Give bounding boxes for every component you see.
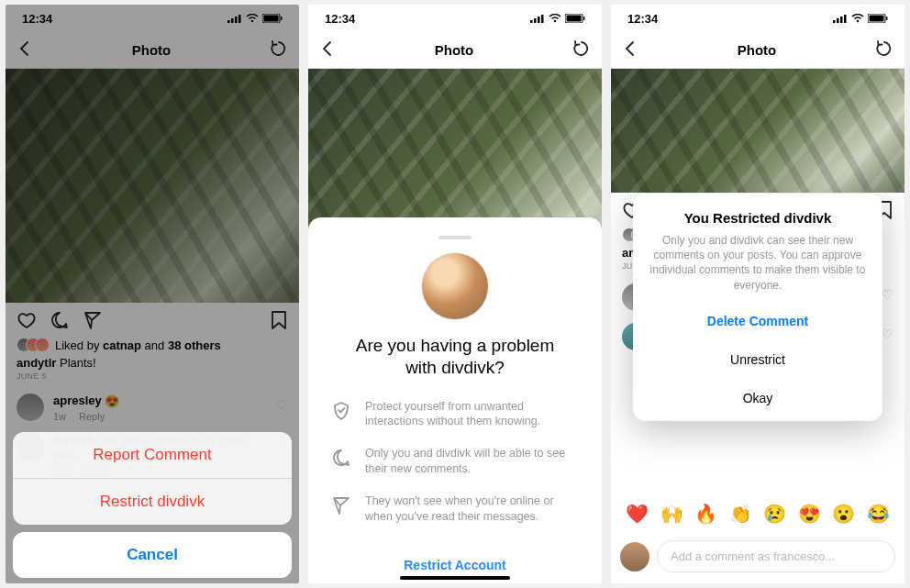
emoji-laugh[interactable]: 😂 (867, 503, 890, 525)
home-indicator[interactable] (400, 576, 510, 580)
feature-messages: They won't see when you're online or whe… (330, 494, 580, 525)
nav-bar: Photo (611, 32, 904, 69)
feature-protect: Protect yourself from unwanted interacti… (330, 399, 580, 430)
svg-point-12 (554, 19, 556, 21)
delete-comment-button[interactable]: Delete Comment (649, 302, 866, 340)
screen-2-restrict-sheet: 12:34 Photo Are you having a problem wit… (308, 5, 602, 583)
svg-rect-18 (840, 17, 843, 23)
cancel-button[interactable]: Cancel (13, 532, 292, 578)
battery-icon (565, 12, 585, 26)
comment-composer: Add a comment as francesco... (620, 540, 895, 572)
screen-1-action-sheet: 12:34 Photo Liked by catnap and 38 other… (6, 5, 299, 583)
status-bar: 12:34 (308, 5, 602, 32)
paper-plane-icon (330, 494, 352, 516)
svg-rect-8 (530, 20, 533, 23)
sheet-handle[interactable] (438, 236, 472, 239)
svg-rect-19 (844, 15, 847, 23)
like-comment-icon[interactable]: ♡ (882, 327, 893, 341)
nav-bar: Photo (308, 32, 602, 69)
nav-title: Photo (738, 42, 777, 58)
status-indicators (833, 12, 888, 26)
sheet-title: Are you having a problem with divdivk? (330, 335, 580, 379)
emoji-heart-eyes[interactable]: 😍 (798, 503, 821, 525)
wifi-icon (851, 12, 864, 26)
status-bar: 12:34 (611, 5, 904, 32)
shield-icon (330, 399, 352, 421)
modal-title: You Restricted divdivk (649, 210, 866, 226)
svg-rect-16 (833, 20, 836, 23)
feature-text: They won't see when you're online or whe… (365, 494, 580, 525)
undo-button[interactable] (875, 39, 893, 61)
restrict-bottom-sheet: Are you having a problem with divdivk? P… (308, 217, 602, 583)
modal-body: Only you and divdivk can see their new c… (649, 233, 866, 293)
emoji-fire[interactable]: 🔥 (694, 503, 717, 525)
action-sheet: Report Comment Restrict divdivk Cancel (13, 432, 292, 578)
comment-input-field[interactable]: Add a comment as francesco... (657, 540, 895, 572)
svg-rect-9 (534, 18, 537, 23)
status-time: 12:34 (627, 12, 658, 26)
feature-comments: Only you and divdivk will be able to see… (330, 446, 580, 477)
emoji-quick-row: ❤️ 🙌 🔥 👏 😢 😍 😮 😂 (611, 495, 904, 532)
emoji-wow[interactable]: 😮 (832, 503, 855, 525)
emoji-clap[interactable]: 👏 (729, 503, 752, 525)
feature-text: Only you and divdivk will be able to see… (365, 446, 580, 477)
svg-rect-11 (541, 15, 544, 23)
svg-rect-22 (870, 15, 884, 21)
wifi-icon (549, 12, 561, 26)
signal-icon (530, 12, 545, 26)
report-comment-button[interactable]: Report Comment (13, 432, 292, 478)
my-avatar[interactable] (620, 542, 649, 571)
feature-text: Protect yourself from unwanted interacti… (365, 399, 580, 430)
battery-icon (868, 12, 888, 26)
undo-button[interactable] (572, 39, 591, 61)
svg-rect-17 (837, 18, 839, 23)
svg-rect-15 (583, 17, 585, 20)
svg-rect-23 (886, 17, 888, 20)
user-avatar (421, 252, 489, 320)
restrict-user-button[interactable]: Restrict divdivk (13, 478, 292, 525)
svg-rect-10 (538, 17, 540, 23)
status-time: 12:34 (325, 12, 355, 26)
nav-title: Photo (435, 42, 474, 58)
emoji-heart[interactable]: ❤️ (626, 503, 649, 525)
unrestrict-button[interactable]: Unrestrict (649, 340, 866, 379)
status-indicators (530, 12, 585, 26)
back-button[interactable] (622, 40, 638, 61)
comment-bubble-icon (330, 446, 352, 468)
okay-button[interactable]: Okay (649, 379, 866, 417)
like-comment-icon[interactable]: ♡ (882, 287, 893, 302)
back-button[interactable] (319, 40, 336, 61)
emoji-sad[interactable]: 😢 (763, 503, 786, 525)
restricted-confirmation-modal: You Restricted divdivk Only you and divd… (633, 194, 882, 421)
screen-3-confirmation: 12:34 Photo Liked by catnap and 38 other… (611, 5, 904, 583)
post-photo[interactable] (611, 69, 904, 193)
svg-point-20 (857, 19, 859, 21)
emoji-hands[interactable]: 🙌 (660, 503, 683, 525)
svg-rect-14 (567, 15, 582, 21)
signal-icon (833, 12, 848, 26)
